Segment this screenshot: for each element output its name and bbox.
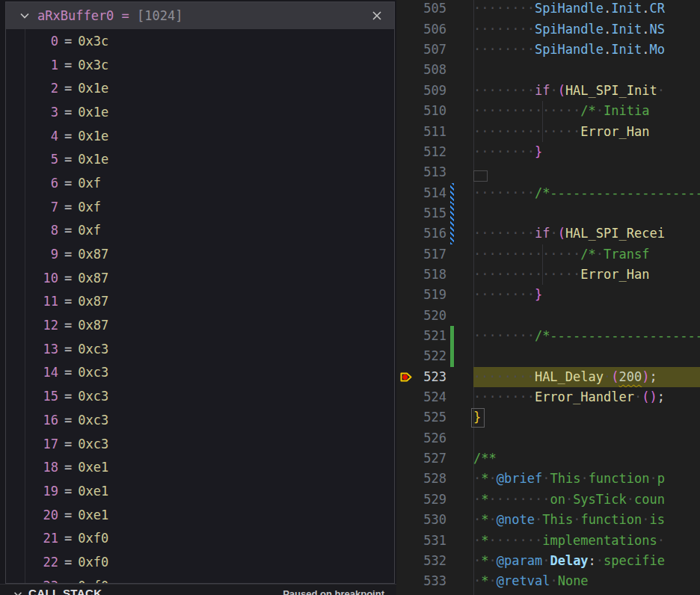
code-text: ·*·@brief·This·function·p bbox=[473, 469, 700, 489]
paused-breakpoint-arrow-icon[interactable] bbox=[399, 369, 414, 388]
array-element-row[interactable]: 3=0x1e bbox=[6, 100, 394, 124]
array-element-row[interactable]: 9=0x87 bbox=[6, 242, 394, 266]
array-element-row[interactable]: 13=0xc3 bbox=[6, 337, 394, 361]
array-element-row[interactable]: 15=0xc3 bbox=[6, 384, 394, 408]
code-line[interactable]: 515 bbox=[396, 203, 700, 223]
array-element-row[interactable]: 19=0xe1 bbox=[6, 479, 394, 503]
line-number[interactable]: 520 bbox=[396, 306, 446, 326]
line-number[interactable]: 526 bbox=[396, 428, 446, 448]
code-line[interactable]: 526 bbox=[396, 428, 700, 448]
line-number[interactable]: 510 bbox=[396, 101, 446, 121]
line-number[interactable]: 507 bbox=[396, 40, 446, 60]
line-number[interactable]: 521 bbox=[396, 326, 446, 346]
line-number[interactable]: 509 bbox=[396, 81, 446, 101]
code-editor[interactable]: 505········SpiHandle.Init.CR506········S… bbox=[396, 0, 700, 595]
call-stack-section-header[interactable]: CALL STACK Paused on breakpoint bbox=[0, 584, 396, 595]
line-number[interactable]: 527 bbox=[396, 448, 446, 469]
code-line[interactable]: 523········HAL_Delay·(200); bbox=[396, 367, 700, 387]
line-number[interactable]: 512 bbox=[396, 142, 446, 162]
line-number[interactable]: 511 bbox=[396, 122, 446, 142]
array-element-row[interactable]: 16=0xc3 bbox=[6, 408, 394, 432]
code-line[interactable]: 511··············Error_Han bbox=[396, 122, 700, 142]
close-icon[interactable] bbox=[370, 9, 384, 22]
code-line[interactable]: 509········if·(HAL_SPI_Init· bbox=[396, 81, 700, 101]
code-line[interactable]: 510··············/*·Initia bbox=[396, 101, 700, 121]
array-element-row[interactable]: 1=0x3c bbox=[6, 53, 394, 77]
code-line[interactable]: 518··············Error_Han bbox=[396, 265, 700, 285]
array-element-row[interactable]: 0=0x3c bbox=[6, 29, 394, 53]
line-number[interactable]: 515 bbox=[396, 203, 446, 223]
line-number[interactable]: 518 bbox=[396, 265, 446, 285]
array-element-row[interactable]: 11=0x87 bbox=[6, 290, 394, 314]
git-added-indicator[interactable] bbox=[450, 326, 454, 346]
code-line[interactable]: 505········SpiHandle.Init.CR bbox=[396, 0, 700, 19]
array-element-row[interactable]: 18=0xe1 bbox=[6, 455, 394, 479]
array-element-row[interactable]: 7=0xf bbox=[6, 195, 394, 219]
array-element-row[interactable]: 6=0xf bbox=[6, 171, 394, 195]
line-number[interactable]: 531 bbox=[396, 531, 446, 551]
line-number[interactable]: 522 bbox=[396, 346, 446, 366]
element-equals: = bbox=[64, 531, 72, 546]
line-number[interactable]: 532 bbox=[396, 551, 446, 571]
code-line[interactable]: 532·*·@param·Delay:·specifie bbox=[396, 551, 700, 571]
code-line[interactable]: 519········} bbox=[396, 285, 700, 305]
array-element-row[interactable]: 12=0x87 bbox=[6, 313, 394, 337]
git-modified-indicator[interactable] bbox=[450, 203, 454, 223]
line-number[interactable]: 525 bbox=[396, 407, 446, 428]
code-line[interactable]: 521········/*------------------------ bbox=[396, 326, 700, 346]
code-line[interactable]: 533·*·@retval·None bbox=[396, 571, 700, 591]
line-number[interactable]: 505 bbox=[396, 0, 446, 19]
line-number[interactable]: 528 bbox=[396, 469, 446, 489]
whitespace-dots: ·············· bbox=[473, 124, 580, 139]
code-line[interactable]: 517··············/*·Transf bbox=[396, 244, 700, 265]
code-line[interactable]: 513 bbox=[396, 162, 700, 182]
code-line[interactable]: 527/** bbox=[396, 448, 700, 469]
array-element-row[interactable]: 21=0xf0 bbox=[6, 526, 394, 550]
line-number[interactable]: 517 bbox=[396, 244, 446, 265]
line-number[interactable]: 506 bbox=[396, 19, 446, 40]
code-token: /* bbox=[580, 247, 595, 262]
array-element-row[interactable]: 22=0xf0 bbox=[6, 550, 394, 574]
array-element-row[interactable]: 2=0x1e bbox=[6, 76, 394, 100]
array-element-row[interactable]: 5=0x1e bbox=[6, 147, 394, 171]
code-line[interactable]: 522 bbox=[396, 346, 700, 366]
array-element-row[interactable]: 17=0xc3 bbox=[6, 432, 394, 456]
code-line[interactable]: 530·*·@note·This·function·is bbox=[396, 510, 700, 530]
array-element-row[interactable]: 23=0xf0 bbox=[6, 574, 394, 583]
git-added-indicator[interactable] bbox=[450, 346, 454, 366]
code-line[interactable]: 525} bbox=[396, 407, 700, 428]
code-token: * bbox=[481, 512, 488, 527]
code-line[interactable]: 528·*·@brief·This·function·p bbox=[396, 469, 700, 489]
line-number[interactable]: 519 bbox=[396, 285, 446, 305]
array-element-row[interactable]: 20=0xe1 bbox=[6, 503, 394, 527]
line-number[interactable]: 513 bbox=[396, 162, 446, 182]
chevron-down-icon[interactable] bbox=[12, 588, 24, 595]
code-line[interactable]: 520 bbox=[396, 306, 700, 326]
code-line[interactable]: 512········} bbox=[396, 142, 700, 162]
line-number[interactable]: 529 bbox=[396, 490, 446, 510]
variable-popup-header[interactable]: aRxBuffer0 = [1024] bbox=[6, 2, 394, 29]
code-line[interactable]: 524········Error_Handler·(); bbox=[396, 387, 700, 407]
line-number[interactable]: 533 bbox=[396, 571, 446, 591]
code-line[interactable]: 529·*········on·SysTick·coun bbox=[396, 490, 700, 510]
code-line[interactable]: 507········SpiHandle.Init.Mo bbox=[396, 40, 700, 60]
line-number[interactable]: 508 bbox=[396, 60, 446, 80]
code-line[interactable]: 508 bbox=[396, 60, 700, 80]
array-element-row[interactable]: 14=0xc3 bbox=[6, 361, 394, 385]
line-number[interactable]: 524 bbox=[396, 387, 446, 407]
code-line[interactable]: 506········SpiHandle.Init.NS bbox=[396, 19, 700, 40]
code-line[interactable]: 531·*·······implementations· bbox=[396, 531, 700, 551]
element-index: 3 bbox=[6, 105, 58, 120]
code-line[interactable]: 516········if·(HAL_SPI_Recei bbox=[396, 223, 700, 244]
line-number[interactable]: 516 bbox=[396, 223, 446, 244]
code-line[interactable]: 514········/*------------------------ bbox=[396, 183, 700, 203]
git-modified-indicator[interactable] bbox=[450, 183, 454, 203]
chevron-down-icon[interactable] bbox=[18, 9, 31, 22]
array-element-row[interactable]: 4=0x1e bbox=[6, 124, 394, 148]
line-number[interactable]: 530 bbox=[396, 510, 446, 530]
array-element-row[interactable]: 10=0x87 bbox=[6, 266, 394, 290]
git-modified-indicator[interactable] bbox=[450, 223, 454, 244]
line-number[interactable]: 514 bbox=[396, 183, 446, 203]
element-value: 0xc3 bbox=[78, 342, 108, 357]
array-element-row[interactable]: 8=0xf bbox=[6, 219, 394, 243]
